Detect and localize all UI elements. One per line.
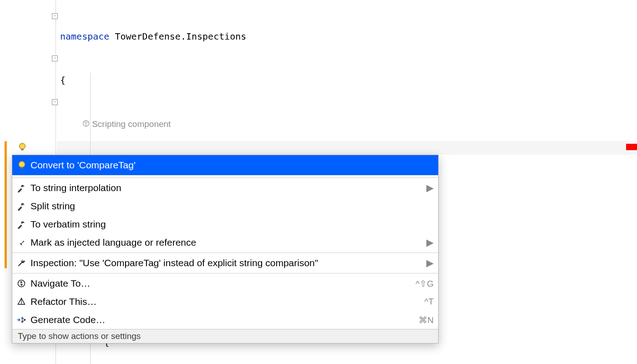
popup-item-verbatim-string[interactable]: To verbatim string bbox=[12, 215, 438, 233]
svg-rect-1 bbox=[21, 149, 24, 151]
svg-rect-3 bbox=[20, 167, 23, 169]
popup-item-label: Split string bbox=[30, 201, 434, 212]
wrench-icon bbox=[17, 258, 30, 268]
popup-item-label: Generate Code… bbox=[30, 314, 406, 325]
fold-toggle-icon[interactable] bbox=[52, 13, 58, 19]
hammer-icon bbox=[17, 220, 30, 229]
vcs-change-marker bbox=[5, 141, 7, 268]
quickfix-popup: Convert to 'CompareTag' To string interp… bbox=[12, 155, 439, 344]
keyword: namespace bbox=[60, 31, 109, 42]
unity-icon bbox=[82, 120, 90, 128]
popup-item-label: To string interpolation bbox=[30, 182, 424, 193]
popup-item-label: Mark as injected language or reference bbox=[30, 237, 424, 248]
svg-point-2 bbox=[19, 162, 25, 167]
namespace-name: TowerDefense.Inspections bbox=[109, 31, 246, 42]
lightbulb-gutter-icon[interactable] bbox=[17, 142, 27, 152]
popup-item-label: Inspection: "Use 'CompareTag' instead of… bbox=[30, 258, 424, 268]
popup-item-convert-comparetag[interactable]: Convert to 'CompareTag' bbox=[12, 155, 438, 175]
generate-icon bbox=[17, 315, 30, 324]
popup-divider bbox=[12, 273, 438, 273]
svg-point-5 bbox=[21, 317, 23, 319]
popup-item-inspection[interactable]: Inspection: "Use 'CompareTag' instead of… bbox=[12, 254, 438, 272]
fold-toggle-icon[interactable] bbox=[52, 99, 58, 105]
popup-item-label: To verbatim string bbox=[30, 219, 434, 230]
popup-item-string-interpolation[interactable]: To string interpolation ▶ bbox=[12, 179, 438, 197]
compass-icon bbox=[17, 279, 30, 288]
pin-icon bbox=[17, 238, 30, 247]
popup-item-label: Navigate To… bbox=[30, 278, 406, 289]
code-editor[interactable]: namespace TowerDefense.Inspections { Scr… bbox=[0, 0, 637, 364]
popup-item-navigate-to[interactable]: Navigate To… ^⇧G bbox=[12, 274, 438, 293]
error-stripe-marker[interactable] bbox=[626, 144, 637, 150]
chevron-right-icon: ▶ bbox=[424, 182, 434, 193]
popup-item-label: Refactor This… bbox=[30, 296, 406, 307]
fold-toggle-icon[interactable] bbox=[52, 56, 58, 61]
keyboard-shortcut: ^T bbox=[406, 297, 434, 307]
hammer-icon bbox=[17, 183, 30, 192]
svg-point-6 bbox=[21, 321, 23, 323]
popup-item-refactor-this[interactable]: Refactor This… ^T bbox=[12, 293, 438, 311]
popup-search-hint[interactable]: Type to show actions or settings bbox=[12, 329, 438, 343]
chevron-right-icon: ▶ bbox=[424, 258, 434, 268]
popup-divider bbox=[12, 253, 438, 253]
lightbulb-icon bbox=[17, 160, 30, 170]
keyboard-shortcut: ^⇧G bbox=[406, 278, 434, 289]
popup-item-split-string[interactable]: Split string bbox=[12, 197, 438, 215]
chevron-right-icon: ▶ bbox=[424, 237, 434, 248]
prism-icon bbox=[17, 297, 30, 306]
popup-item-generate-code[interactable]: Generate Code… ⌘N bbox=[12, 311, 438, 329]
hammer-icon bbox=[17, 202, 30, 211]
popup-item-injected-language[interactable]: Mark as injected language or reference ▶ bbox=[12, 233, 438, 252]
popup-divider bbox=[12, 177, 438, 178]
keyboard-shortcut: ⌘N bbox=[406, 315, 434, 325]
unity-hint: Scripting component bbox=[82, 119, 171, 129]
popup-item-label: Convert to 'CompareTag' bbox=[30, 160, 434, 171]
brace: { bbox=[60, 75, 66, 86]
